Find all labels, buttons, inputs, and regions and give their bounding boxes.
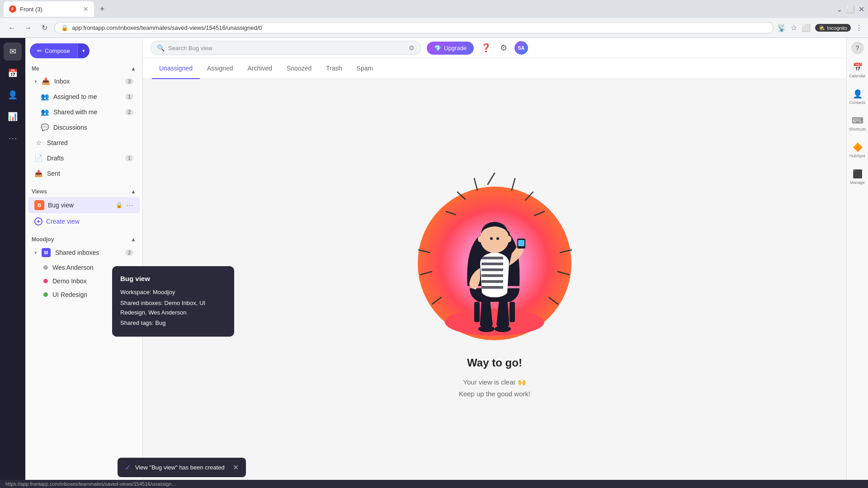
- discussions-icon: 💬: [41, 123, 49, 131]
- contacts-right-panel[interactable]: 👤 Contacts: [848, 86, 868, 108]
- starred-nav-item[interactable]: ☆ Starred: [28, 136, 140, 150]
- calendar-right-panel[interactable]: 📅 Calendar: [848, 60, 868, 81]
- more-sidebar-icon[interactable]: ⋯: [4, 129, 22, 147]
- main-panel: 🔍 Search Bug view ⚙ 💎 Upgrade ❓ ⚙ SA Una…: [143, 38, 846, 480]
- minimize-icon[interactable]: ⌄: [836, 5, 842, 14]
- moodjoy-section-header[interactable]: Moodjoy ▲: [25, 233, 142, 244]
- close-window-icon[interactable]: ✕: [859, 5, 864, 14]
- svg-rect-20: [481, 263, 503, 265]
- bookmark-icon[interactable]: ☆: [791, 23, 797, 32]
- svg-point-32: [478, 326, 495, 332]
- extensions-icon[interactable]: ⬜: [802, 23, 811, 32]
- status-url: https://app.frontapp.com/inboxes/teammat…: [5, 481, 176, 487]
- tab-close-button[interactable]: ✕: [83, 6, 89, 12]
- sent-nav-item[interactable]: 📤 Sent: [28, 166, 140, 181]
- manage-icon: ⬛: [853, 169, 863, 179]
- compose-dropdown-button[interactable]: ▾: [77, 43, 90, 58]
- stats-sidebar-icon[interactable]: 📊: [4, 108, 22, 126]
- status-bar: https://app.frontapp.com/inboxes/teammat…: [0, 480, 868, 488]
- active-browser-tab[interactable]: F Front (3) ✕: [4, 1, 94, 17]
- tab-spam[interactable]: Spam: [349, 58, 381, 79]
- address-bar[interactable]: 🔒 app.frontapp.com/inboxes/teammates/sav…: [54, 22, 774, 33]
- svg-rect-19: [481, 257, 503, 259]
- bug-view-nav-item[interactable]: B Bug view 🔒 ⋯: [28, 197, 140, 213]
- empty-subtitle-line2: Keep up the good work!: [459, 388, 530, 400]
- contacts-sidebar-icon[interactable]: 👤: [4, 86, 22, 104]
- manage-right-panel[interactable]: ⬛ Manage: [848, 166, 868, 188]
- shared-inboxes-nav-item[interactable]: ▾ M Shared inboxes 2: [28, 245, 140, 260]
- star-icon: ☆: [34, 139, 42, 147]
- browser-menu-icon[interactable]: ⋮: [855, 23, 863, 32]
- tab-archived[interactable]: Archived: [241, 58, 279, 79]
- me-section-header[interactable]: Me ▲: [25, 62, 142, 74]
- toast-check-icon: ✓: [125, 463, 131, 472]
- help-topbar-icon[interactable]: ❓: [479, 41, 493, 55]
- compose-button[interactable]: ✏ Compose: [30, 43, 77, 58]
- main-tabs: Unassigned Assigned Archived Snoozed Tra…: [143, 58, 846, 79]
- views-section-header[interactable]: Views ▲: [25, 185, 142, 197]
- tab-title: Front (3): [20, 6, 80, 13]
- shared-icon: 👥: [41, 108, 49, 116]
- gem-icon: 💎: [434, 45, 441, 52]
- calendar-sidebar-icon[interactable]: 📅: [4, 64, 22, 82]
- help-tips-button[interactable]: ?: [851, 42, 864, 54]
- assigned-to-me-nav-item[interactable]: 👥 Assigned to me 1: [28, 89, 140, 104]
- upgrade-button[interactable]: 💎 Upgrade: [427, 42, 474, 55]
- wes-anderson-dot: [43, 265, 48, 270]
- shortcuts-right-panel[interactable]: ⌨ Shortcuts: [848, 113, 868, 134]
- empty-title: Way to go!: [467, 357, 522, 369]
- toast-close-button[interactable]: ✕: [233, 463, 239, 472]
- filter-icon[interactable]: ⚙: [409, 44, 415, 52]
- shared-with-me-nav-item[interactable]: 👥 Shared with me 2: [28, 105, 140, 119]
- bug-view-tooltip: Bug view Workspace: Moodjoy Shared inbox…: [112, 266, 234, 337]
- forward-button[interactable]: →: [22, 22, 34, 34]
- me-collapse-icon: ▲: [131, 66, 136, 72]
- url-text: app.frontapp.com/inboxes/teammates/saved…: [72, 24, 767, 31]
- incognito-badge: 🕵 Incognito: [815, 24, 851, 32]
- drafts-nav-item[interactable]: 📄 Drafts 1: [28, 151, 140, 165]
- inbox-nav-item[interactable]: ▾ 📥 Inbox 3: [28, 74, 140, 89]
- svg-point-16: [445, 309, 544, 336]
- tab-unassigned[interactable]: Unassigned: [152, 58, 200, 79]
- contacts-icon: 👤: [853, 89, 863, 99]
- svg-line-5: [474, 178, 477, 190]
- svg-line-1: [488, 173, 495, 184]
- tab-assigned[interactable]: Assigned: [200, 58, 241, 79]
- refresh-button[interactable]: ↻: [38, 22, 51, 34]
- screen-cast-icon[interactable]: 📡: [777, 23, 786, 32]
- hubspot-right-panel[interactable]: 🔶 HubSpot: [848, 140, 868, 161]
- user-avatar[interactable]: SA: [514, 41, 528, 55]
- svg-point-27: [496, 237, 499, 240]
- more-options-icon[interactable]: ⋯: [126, 201, 133, 210]
- svg-point-29: [507, 236, 511, 242]
- create-view-item[interactable]: + Create view: [28, 214, 140, 229]
- restore-icon[interactable]: ⬜: [846, 5, 855, 14]
- new-tab-button[interactable]: +: [96, 3, 108, 15]
- empty-state-illustration: [400, 160, 590, 349]
- svg-point-26: [490, 237, 493, 240]
- settings-topbar-icon[interactable]: ⚙: [498, 41, 509, 55]
- tab-snoozed[interactable]: Snoozed: [279, 58, 319, 79]
- assigned-icon: 👥: [41, 93, 49, 101]
- svg-rect-24: [481, 286, 503, 289]
- right-panel: ? 📅 Calendar 👤 Contacts ⌨ Shortcuts 🔶 Hu…: [846, 38, 868, 480]
- svg-rect-23: [481, 280, 503, 283]
- discussions-nav-item[interactable]: 💬 Discussions: [28, 120, 140, 135]
- demo-inbox-dot: [43, 279, 48, 283]
- inbox-sidebar-icon[interactable]: ✉: [4, 42, 22, 61]
- svg-point-28: [478, 236, 482, 242]
- svg-rect-17: [474, 302, 480, 322]
- drafts-icon: 📄: [34, 154, 42, 162]
- back-button[interactable]: ←: [5, 22, 18, 34]
- svg-rect-18: [509, 302, 515, 322]
- compose-group: ✏ Compose ▾: [30, 43, 138, 58]
- create-view-icon: +: [34, 217, 42, 225]
- tab-trash[interactable]: Trash: [319, 58, 349, 79]
- app-topbar: 🔍 Search Bug view ⚙ 💎 Upgrade ❓ ⚙ SA: [143, 38, 846, 58]
- calendar-icon: 📅: [853, 62, 863, 72]
- browser-toolbar: ← → ↻ 🔒 app.frontapp.com/inboxes/teammat…: [0, 18, 868, 38]
- inbox-badge: 3: [125, 78, 133, 84]
- tooltip-shared-tags-row: Shared tags: Bug: [120, 319, 226, 328]
- browser-tabs-bar: F Front (3) ✕ + ⌄ ⬜ ✕: [0, 0, 868, 18]
- search-bar[interactable]: 🔍 Search Bug view ⚙: [150, 41, 421, 55]
